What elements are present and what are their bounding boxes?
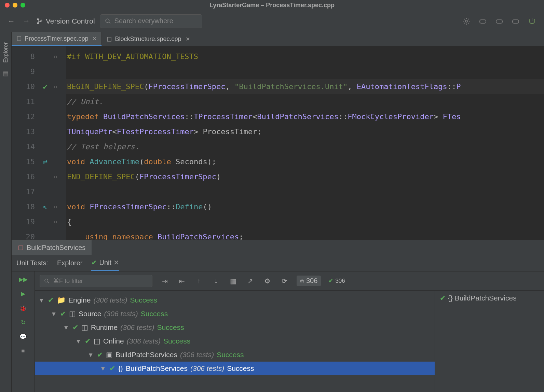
cpp-file-icon bbox=[16, 36, 22, 41]
controller-icon-3[interactable] bbox=[510, 15, 521, 27]
settings-icon[interactable] bbox=[461, 15, 472, 27]
svg-rect-5 bbox=[17, 37, 21, 41]
code-area[interactable]: #if WITH_DEV_AUTOMATION_TESTSBEGIN_DEFIN… bbox=[66, 46, 544, 240]
panel-tab-buildpatchservices[interactable]: BuildPatchServices bbox=[12, 240, 92, 255]
panel-tab-label: BuildPatchServices bbox=[27, 244, 85, 252]
controller-icon[interactable] bbox=[477, 15, 489, 27]
tab-label: ProcessTimer.spec.cpp bbox=[25, 35, 88, 42]
passed-count: 306 bbox=[335, 278, 345, 284]
check-icon: ✔ bbox=[48, 296, 54, 304]
svg-point-1 bbox=[465, 20, 467, 22]
tree-node[interactable]: ▾✔▣ BuildPatchServices (306 tests) Succe… bbox=[35, 348, 435, 362]
stop-button[interactable]: ■ bbox=[19, 347, 28, 355]
passed-tests-badge: ✔ 306 bbox=[328, 277, 345, 284]
node-status: Success bbox=[163, 337, 190, 345]
node-status: Success bbox=[217, 351, 244, 359]
node-count: (306 tests) bbox=[104, 310, 138, 318]
namespace-icon: {} bbox=[448, 294, 455, 302]
editor-tab[interactable]: BlockStructure.spec.cpp✕ bbox=[102, 32, 195, 46]
chevron-down-icon[interactable]: ▾ bbox=[77, 337, 82, 345]
node-count: (306 tests) bbox=[190, 364, 224, 373]
explorer-tool-button[interactable]: Explorer bbox=[3, 42, 9, 63]
chat-icon[interactable]: 💬 bbox=[19, 332, 28, 341]
tree-node[interactable]: ▾✔{} BuildPatchServices (306 tests) Succ… bbox=[35, 362, 435, 375]
zoom-window-button[interactable] bbox=[21, 3, 25, 8]
expand-button[interactable]: ⇤ bbox=[177, 277, 187, 285]
chevron-down-icon[interactable]: ▾ bbox=[52, 310, 57, 318]
node-type-icon: ▣ bbox=[106, 351, 113, 359]
check-icon: ✔ bbox=[109, 364, 115, 373]
check-icon: ✔ bbox=[328, 277, 333, 284]
power-icon[interactable] bbox=[526, 15, 538, 27]
minimize-window-button[interactable] bbox=[13, 3, 17, 8]
subtab-unit[interactable]: ✔ Unit ✕ bbox=[91, 255, 119, 271]
svg-rect-7 bbox=[19, 246, 23, 250]
gear-icon[interactable]: ⚙ bbox=[262, 277, 272, 285]
check-icon: ✔ bbox=[97, 351, 103, 359]
node-status: Success bbox=[141, 310, 168, 318]
left-sidebar: Explorer ▤ bbox=[0, 32, 12, 392]
debug-button[interactable]: 🐞 bbox=[19, 304, 28, 312]
close-tab-button[interactable]: ✕ bbox=[186, 36, 190, 42]
line-numbers-gutter: 891011121314151617181920 bbox=[12, 46, 38, 240]
sidebar-icon[interactable]: ▤ bbox=[3, 70, 9, 77]
chevron-down-icon[interactable]: ▾ bbox=[101, 364, 107, 373]
tree-node[interactable]: ▾✔◫ Runtime (306 tests) Success bbox=[35, 321, 435, 334]
tab-label: BlockStructure.spec.cpp bbox=[115, 36, 181, 43]
check-icon: ✔ bbox=[72, 323, 79, 332]
total-tests-badge: ⌾ 306 bbox=[297, 276, 321, 286]
tree-node[interactable]: ▾✔◫ Source (306 tests) Success bbox=[35, 307, 435, 321]
code-editor[interactable]: 891011121314151617181920 ✔⇄↖ ⊟⊟⊟⊟⊟ #if W… bbox=[12, 46, 544, 240]
node-status: Success bbox=[130, 296, 157, 304]
export-button[interactable]: ↗ bbox=[245, 277, 255, 285]
chevron-down-icon[interactable]: ▾ bbox=[64, 323, 70, 332]
fold-gutter[interactable]: ⊟⊟⊟⊟⊟ bbox=[52, 46, 66, 240]
node-name: Source bbox=[79, 310, 101, 318]
tree-node[interactable]: ▾✔📁 Engine (306 tests) Success bbox=[35, 293, 435, 307]
test-tree[interactable]: ▾✔📁 Engine (306 tests) Success▾✔◫ Source… bbox=[35, 291, 435, 392]
nav-forward-button[interactable]: → bbox=[21, 16, 31, 26]
chevron-down-icon[interactable]: ▾ bbox=[89, 351, 94, 359]
node-status: Success bbox=[157, 323, 184, 332]
rerun-button[interactable]: ↻ bbox=[19, 318, 28, 327]
close-subtab-button[interactable]: ✕ bbox=[113, 258, 119, 267]
version-control-label: Version Control bbox=[46, 17, 95, 25]
up-arrow-button[interactable]: ↑ bbox=[194, 277, 204, 285]
cpp-file-icon bbox=[107, 37, 112, 42]
node-count: (306 tests) bbox=[127, 337, 161, 345]
close-tab-button[interactable]: ✕ bbox=[92, 36, 97, 42]
unit-tests-label: Unit Tests: bbox=[16, 259, 48, 267]
filter-input[interactable]: ⌘F to filter bbox=[40, 275, 152, 287]
close-window-button[interactable] bbox=[5, 3, 10, 8]
detail-label: BuildPatchServices bbox=[455, 294, 517, 302]
traffic-lights bbox=[5, 3, 25, 8]
editor-tab[interactable]: ProcessTimer.spec.cpp✕ bbox=[12, 32, 102, 46]
node-count: (306 tests) bbox=[120, 323, 154, 332]
down-arrow-button[interactable]: ↓ bbox=[211, 277, 221, 285]
tree-node[interactable]: ▾✔◫ Online (306 tests) Success bbox=[35, 334, 435, 348]
run-all-button[interactable]: ▶▶ bbox=[19, 275, 28, 284]
run-button[interactable]: ▶ bbox=[19, 289, 28, 298]
package-icon bbox=[18, 245, 24, 251]
node-count: (306 tests) bbox=[93, 296, 127, 304]
search-everywhere-input[interactable]: Search everywhere bbox=[100, 14, 202, 28]
unit-tests-subtabs: Unit Tests: Explorer✔ Unit ✕ bbox=[12, 255, 544, 271]
svg-rect-3 bbox=[496, 20, 502, 23]
node-type-icon: ◫ bbox=[81, 323, 88, 332]
node-name: Runtime bbox=[91, 323, 118, 332]
collapse-button[interactable]: ⇥ bbox=[160, 277, 169, 285]
node-type-icon: 📁 bbox=[57, 296, 66, 304]
refresh-button[interactable]: ⟳ bbox=[280, 277, 289, 285]
node-name: Engine bbox=[68, 296, 91, 304]
check-icon: ✔ bbox=[85, 337, 91, 345]
version-control-button[interactable]: Version Control bbox=[36, 17, 95, 25]
controller-icon-2[interactable] bbox=[493, 15, 505, 27]
subtab-label: Explorer bbox=[57, 259, 82, 267]
subtab-explorer[interactable]: Explorer bbox=[57, 255, 82, 271]
svg-rect-4 bbox=[513, 20, 519, 23]
nav-back-button[interactable]: ← bbox=[6, 16, 16, 26]
node-type-icon: {} bbox=[118, 364, 123, 373]
layout-button[interactable]: ▦ bbox=[228, 277, 238, 285]
chevron-down-icon[interactable]: ▾ bbox=[40, 296, 45, 304]
node-type-icon: ◫ bbox=[69, 310, 76, 318]
